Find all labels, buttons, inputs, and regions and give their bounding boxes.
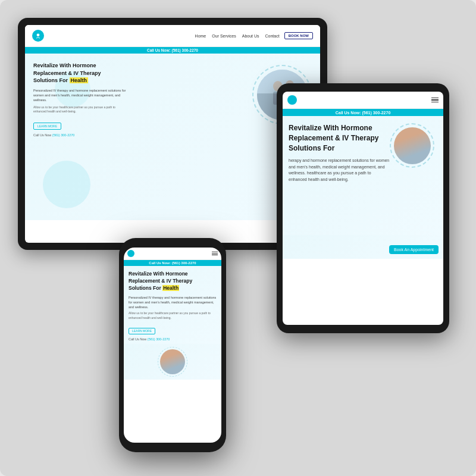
scene: Home Our Services About Us Contact BOOK … (0, 0, 476, 476)
phone-call-label: Call Us Now (129, 337, 148, 341)
tablet-menu-icon[interactable] (431, 98, 439, 103)
nav-home[interactable]: Home (195, 34, 206, 38)
phone-bezel: Call Us Now: (561) 300-2270 Revitalize W… (119, 238, 226, 452)
tablet-hero-desc: herapy and hormone replacement solutions… (289, 158, 390, 183)
phone-title-line2: Replacement & IV Therapy (129, 278, 192, 284)
phone-hero: Revitalize With Hormone Replacement & IV… (124, 266, 221, 344)
book-now-button[interactable]: BOOK NOW (284, 32, 313, 39)
tablet-bezel: Call Us Now: (561) 300-2270 Revitalize W… (277, 83, 449, 333)
hero-title-line1: Revitalize With Hormone (33, 62, 96, 68)
tablet-image-circle (390, 123, 434, 168)
desktop-call-bar: Call Us Now: (561) 300-2270 (25, 47, 320, 54)
nav-links: Home Our Services About Us Contact (195, 34, 280, 38)
hero-title-line3: Solutions For (33, 77, 70, 83)
phone-highlight: Health (162, 285, 179, 291)
hero-title: Revitalize With Hormone Replacement & IV… (33, 62, 240, 84)
monitor-screen: Home Our Services About Us Contact BOOK … (25, 25, 320, 243)
tablet-hero-left: Revitalize With Hormone Replacement & IV… (289, 123, 390, 235)
phone-couple-image (160, 349, 185, 374)
nav-about-us[interactable]: About Us (242, 34, 259, 38)
phone-hero-desc: Personalized IV therapy and hormone repl… (129, 295, 217, 310)
phone-title-line3: Solutions For (129, 285, 162, 291)
nav-our-services[interactable]: Our Services (212, 34, 236, 38)
phone-menu-icon[interactable] (212, 252, 218, 255)
desktop-nav: Home Our Services About Us Contact BOOK … (25, 25, 320, 47)
tablet-hero-title: Revitalize With Hormone Replacement & IV… (289, 123, 390, 153)
tablet-nav (283, 92, 443, 109)
phone-call-number-link[interactable]: (561) 300-2270 (148, 337, 170, 341)
call-number-link[interactable]: (561) 300-2270 (52, 133, 75, 137)
phone-screen: Call Us Now: (561) 300-2270 Revitalize W… (124, 248, 221, 443)
phone-title-line1: Revitalize With Hormone (129, 271, 188, 277)
tablet-call-bar: Call Us Now: (561) 300-2270 (283, 109, 443, 116)
tablet-screen: Call Us Now: (561) 300-2270 Revitalize W… (283, 92, 443, 325)
site-logo (32, 30, 44, 42)
tablet-book-appointment-button[interactable]: Book An Appointment (389, 245, 439, 254)
hero-highlight: Health (70, 77, 89, 83)
phone-call-bar: Call Us Now: (561) 300-2270 (124, 260, 221, 266)
phone-hero-sub: Allow us to be your healthcare partner a… (129, 311, 217, 320)
tablet: Call Us Now: (561) 300-2270 Revitalize W… (277, 83, 449, 333)
tablet-hero: Revitalize With Hormone Replacement & IV… (283, 116, 443, 235)
hero-sub: Allow us to be your healthcare partner a… (33, 105, 129, 114)
tablet-logo (287, 95, 297, 105)
hero-left: Revitalize With Hormone Replacement & IV… (33, 62, 240, 214)
learn-more-button[interactable]: LEARN MORE (33, 123, 61, 130)
phone-image-section (124, 344, 221, 380)
phone-image-circle (158, 347, 187, 377)
svg-point-0 (37, 33, 40, 36)
phone-call-text: Call Us Now (561) 300-2270 (129, 337, 217, 341)
nav-contact[interactable]: Contact (265, 34, 280, 38)
phone-nav (124, 248, 221, 260)
phone-hero-title: Revitalize With Hormone Replacement & IV… (129, 271, 217, 292)
hero-call-text: Call Us Now (561) 300-2270 (33, 133, 240, 137)
tablet-hero-right (390, 123, 437, 235)
desktop-hero: Revitalize With Hormone Replacement & IV… (25, 54, 320, 220)
tablet-couple-image (394, 127, 431, 164)
phone-logo (127, 250, 134, 257)
hero-title-line2: Replacement & IV Therapy (33, 70, 101, 76)
hero-desc: Personalized IV therapy and hormone repl… (33, 88, 129, 103)
call-label: Call Us Now (33, 133, 52, 137)
phone: Call Us Now: (561) 300-2270 Revitalize W… (119, 238, 226, 452)
phone-learn-more-button[interactable]: LEARN MORE (129, 328, 155, 334)
